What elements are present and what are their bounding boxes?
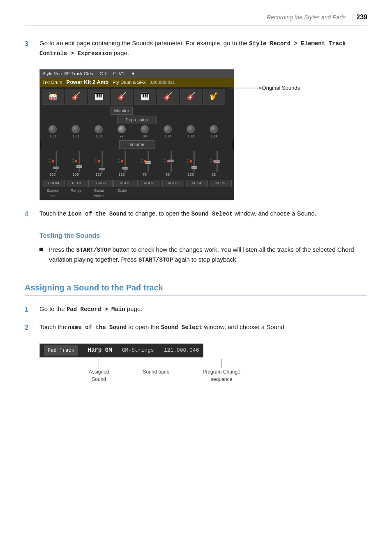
knob-value-1: 100 (49, 134, 55, 139)
knob-6[interactable] (164, 125, 172, 133)
fader-lines-4 (118, 159, 120, 163)
sub-label-4: Scale (111, 188, 134, 199)
knob-4[interactable] (118, 125, 126, 133)
expression-label: Expression (117, 116, 157, 124)
annotation-line-svg (229, 84, 262, 92)
sound-icon-7[interactable]: 🎸 (180, 89, 202, 104)
testing-text-3: again to stop playback. (173, 256, 238, 263)
knob-cell-2: 100 (65, 125, 87, 139)
fader-value-3: 127 (95, 172, 101, 178)
fader-led-4 (121, 160, 123, 162)
pad-vline-3 (221, 359, 222, 368)
fader-track-1[interactable] (55, 151, 57, 172)
annotation-original-sounds: Original Sounds (229, 84, 300, 92)
fader-handle-1[interactable] (53, 167, 59, 169)
bottom-label-acc1: ACC1 (113, 180, 136, 187)
fader-lines-7 (187, 159, 189, 163)
knob-value-4: 77 (120, 134, 124, 139)
fader-handle-4[interactable] (122, 167, 128, 169)
fader-track-4[interactable] (124, 151, 126, 172)
page-header-title: Recording the Styles and Pads (267, 13, 346, 22)
srec-toolbar-right: E: V1 (113, 70, 125, 77)
step-4-text-2: to change, to open the (127, 210, 191, 217)
fader-line-3b (95, 161, 97, 162)
sound-icon-6[interactable]: 🎸 (157, 89, 179, 104)
page-number: 239 (356, 12, 367, 22)
fader-line-7b (187, 161, 189, 162)
sound-icon-5[interactable]: 🎹 (134, 89, 156, 104)
fader-lines-6 (164, 159, 166, 163)
fader-lines-8 (210, 159, 212, 163)
fader-line-6b (164, 161, 166, 162)
sub-labels-row: Expres-sion Range GuitarNoise Scale (40, 188, 234, 200)
fader-wrapper-2 (71, 151, 80, 172)
fader-value-7: 123 (187, 172, 194, 178)
fader-handle-7[interactable] (191, 166, 197, 169)
knob-7[interactable] (187, 125, 195, 133)
bottom-label-acc3: ACC3 (161, 180, 184, 187)
bottom-label-acc5: ACC5 (209, 180, 232, 187)
fader-handle-3[interactable] (99, 168, 105, 170)
fader-handle-6[interactable] (168, 160, 174, 162)
pad-track-lines: AssignedSound Sound bank Program Changes… (89, 359, 240, 383)
dash-1: — (42, 107, 64, 115)
fader-line-5c (141, 162, 143, 163)
bottom-label-drum: DRUM (42, 180, 65, 187)
knob-value-7: 100 (187, 134, 194, 139)
knob-cell-5: 88 (134, 125, 156, 139)
testing-heading: Testing the Sounds (39, 231, 367, 241)
track-label: Trk: Drum (42, 79, 62, 86)
fader-track-7[interactable] (193, 151, 195, 172)
assigning-step-2-text: Touch the name of the Sound to open the … (39, 322, 367, 332)
annotation-text: Original Sounds (262, 84, 300, 92)
fader-lines-3 (95, 159, 97, 163)
volume-label: Volume (119, 140, 155, 149)
knob-5[interactable] (141, 125, 149, 133)
assigning-step-1: 1 Go to the Pad Record > Main page. (25, 304, 367, 315)
knob-2[interactable] (71, 125, 80, 133)
fader-line-1c (48, 162, 51, 163)
step-4-text-1: Touch the (39, 210, 68, 217)
sound-icon-3[interactable]: 🎹 (88, 89, 110, 104)
fader-line-8b (210, 161, 212, 162)
sound-icon-8[interactable]: 🎷 (203, 89, 225, 104)
sound-icon-4[interactable]: 🎸 (111, 89, 133, 104)
fader-track-3[interactable] (101, 151, 103, 172)
step-4: 4 Touch the icon of the Sound to change,… (25, 209, 367, 219)
fader-handle-2[interactable] (76, 165, 82, 168)
knob-8[interactable] (210, 125, 218, 133)
step-3-number: 3 (25, 38, 32, 200)
assigning-step-1-text: Go to the Pad Record > Main page. (39, 304, 367, 314)
knob-3[interactable] (95, 125, 103, 133)
step-3-text-part1: Go to an edit page containing the Sounds… (39, 39, 249, 46)
pad-line-3: Program Changesequence (203, 359, 240, 383)
dash-4: — (134, 107, 156, 115)
fader-value-2: 109 (72, 172, 78, 178)
fader-line-5b (141, 161, 143, 162)
fader-handle-8[interactable] (214, 160, 220, 163)
fader-track-5[interactable] (147, 151, 149, 172)
pad-track-label: Pad Track (44, 346, 78, 355)
fader-track-6[interactable] (170, 151, 172, 172)
track-row-bar: Trk: Drum Power Kit 2 Amb Fty-Drum & SFX… (40, 78, 234, 87)
track-name: Power Kit 2 Amb (66, 78, 108, 86)
fader-line-8a (210, 159, 212, 160)
srec-toolbar-left: Style Rec: SE Track Ctrls (42, 70, 93, 77)
sound-icon-1[interactable]: 🥁 (42, 89, 64, 104)
srec-toolbar: Style Rec: SE Track Ctrls C 7 E: V1 ▼ (40, 70, 234, 78)
fader-track-8[interactable] (216, 151, 218, 172)
fader-handle-5[interactable] (145, 161, 151, 164)
fader-lines-2 (71, 159, 74, 163)
page-header: Recording the Styles and Pads | 239 (25, 12, 367, 26)
step-3-text: Go to an edit page containing the Sounds… (39, 38, 367, 58)
monitor-label: Monitor (111, 107, 133, 115)
fader-led-1 (52, 160, 54, 162)
fader-line-1a (48, 159, 51, 160)
sound-icon-2[interactable]: 🎸 (65, 89, 87, 104)
fader-wrapper-8 (210, 151, 218, 172)
sub-label-6 (157, 188, 180, 199)
knob-1[interactable] (48, 125, 57, 133)
knob-cell-1: 100 (42, 125, 64, 139)
fader-6: 68 (157, 151, 179, 178)
fader-track-2[interactable] (78, 151, 80, 172)
